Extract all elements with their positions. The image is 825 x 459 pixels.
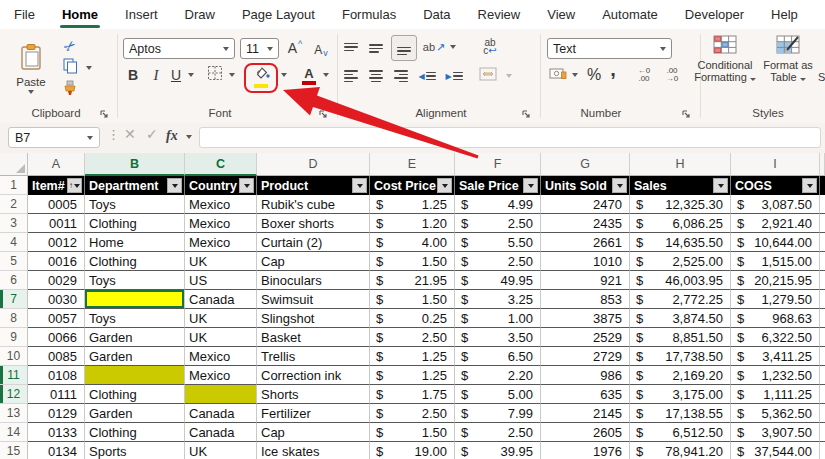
cell-F7[interactable]: $3.25 — [455, 290, 541, 309]
column-header-I[interactable]: I — [731, 153, 820, 176]
cell-E5[interactable]: $1.50 — [370, 252, 455, 271]
select-all-button[interactable] — [0, 153, 28, 176]
row-header-14[interactable]: 14 — [0, 423, 28, 442]
cell-A5[interactable]: 0016 — [28, 252, 85, 271]
cell-B15[interactable]: Sports — [85, 442, 185, 459]
cell-E8[interactable]: $0.25 — [370, 309, 455, 328]
format-as-table-button[interactable]: Format as Table — [759, 35, 817, 83]
cell-D9[interactable]: Basket — [257, 328, 370, 347]
cell-F11[interactable]: $2.20 — [455, 366, 541, 385]
format-painter-button[interactable] — [60, 81, 80, 99]
cell-B4[interactable]: Home — [85, 233, 185, 252]
cell-I14[interactable]: $3,907.50 — [731, 423, 820, 442]
cell-B7[interactable] — [85, 290, 185, 309]
decrease-decimal-button[interactable]: .00→0 — [660, 64, 684, 86]
clipboard-dialog-launcher[interactable] — [99, 109, 110, 120]
tab-developer[interactable]: Developer — [685, 7, 744, 22]
cell-A13[interactable]: 0129 — [28, 404, 85, 423]
cell-clipped-4[interactable] — [820, 233, 825, 252]
cell-D7[interactable]: Swimsuit — [257, 290, 370, 309]
row-header-4[interactable]: 4 — [0, 233, 28, 252]
tab-view[interactable]: View — [547, 7, 575, 22]
column-header-A[interactable]: A — [28, 153, 85, 176]
cell-H3[interactable]: $6,086.25 — [630, 214, 731, 233]
number-dialog-launcher[interactable] — [681, 109, 692, 120]
cell-C8[interactable]: UK — [185, 309, 257, 328]
cell-F14[interactable]: $2.50 — [455, 423, 541, 442]
cell-I12[interactable]: $1,111.25 — [731, 385, 820, 404]
cell-C3[interactable]: Mexico — [185, 214, 257, 233]
cell-D13[interactable]: Fertilizer — [257, 404, 370, 423]
cell-I11[interactable]: $1,232.50 — [731, 366, 820, 385]
decrease-indent-button[interactable]: ◀ — [416, 66, 438, 86]
cell-I6[interactable]: $20,215.95 — [731, 271, 820, 290]
cell-H7[interactable]: $2,772.25 — [630, 290, 731, 309]
increase-font-size-button[interactable]: A^ — [284, 37, 306, 59]
cell-A12[interactable]: 0111 — [28, 385, 85, 404]
confirm-formula-icon[interactable]: ✓ — [146, 126, 158, 142]
cancel-formula-icon[interactable]: ✕ — [124, 126, 136, 142]
cell-C12[interactable] — [185, 385, 257, 404]
filter-button-item[interactable]: ↑ — [67, 178, 82, 193]
chevron-down-icon[interactable] — [572, 73, 578, 77]
cell-A15[interactable]: 0134 — [28, 442, 85, 459]
chevron-down-icon[interactable] — [281, 73, 287, 77]
font-dialog-launcher[interactable] — [318, 109, 329, 120]
tab-data[interactable]: Data — [423, 7, 450, 22]
cell-E3[interactable]: $1.20 — [370, 214, 455, 233]
cell-clipped-12[interactable] — [820, 385, 825, 404]
cell-clipped-7[interactable] — [820, 290, 825, 309]
cell-C15[interactable]: UK — [185, 442, 257, 459]
decrease-font-size-button[interactable]: Av — [310, 39, 332, 61]
font-color-button[interactable]: A — [298, 63, 320, 89]
tab-review[interactable]: Review — [478, 7, 521, 22]
name-box[interactable]: B7 — [8, 127, 100, 148]
cell-C13[interactable]: Canada — [185, 404, 257, 423]
cell-D12[interactable]: Shorts — [257, 385, 370, 404]
column-header-B[interactable]: B — [85, 153, 185, 176]
tab-formulas[interactable]: Formulas — [342, 7, 396, 22]
cell-clipped-2[interactable] — [820, 195, 825, 214]
cell-G8[interactable]: 3875 — [541, 309, 630, 328]
filter-button-product[interactable] — [352, 178, 367, 193]
cell-H5[interactable]: $2,525.00 — [630, 252, 731, 271]
orientation-button[interactable]: ab ↗ — [422, 36, 446, 58]
bold-button[interactable]: B — [124, 64, 142, 86]
chevron-down-icon[interactable] — [229, 73, 235, 77]
chevron-down-icon[interactable] — [186, 135, 192, 139]
cell-B9[interactable]: Garden — [85, 328, 185, 347]
row-header-7[interactable]: 7 — [0, 290, 28, 309]
cell-C6[interactable]: US — [185, 271, 257, 290]
cell-I5[interactable]: $1,515.00 — [731, 252, 820, 271]
increase-indent-button[interactable]: ▶ — [443, 66, 465, 86]
cell-E14[interactable]: $1.50 — [370, 423, 455, 442]
cell-clipped-6[interactable] — [820, 271, 825, 290]
filter-button-sale-price[interactable] — [523, 178, 538, 193]
cell-B14[interactable]: Clothing — [85, 423, 185, 442]
tab-home[interactable]: Home — [62, 7, 98, 22]
cell-B13[interactable]: Garden — [85, 404, 185, 423]
tab-insert[interactable]: Insert — [125, 7, 158, 22]
cell-F6[interactable]: $49.95 — [455, 271, 541, 290]
cut-button[interactable]: ✂ — [60, 37, 80, 55]
cell-G6[interactable]: 921 — [541, 271, 630, 290]
italic-button[interactable]: I — [148, 64, 164, 86]
cell-G4[interactable]: 2661 — [541, 233, 630, 252]
row-header-1[interactable]: 1 — [0, 176, 28, 195]
column-header-clipped[interactable] — [820, 153, 825, 176]
row-header-15[interactable]: 15 — [0, 442, 28, 459]
cell-E4[interactable]: $4.00 — [370, 233, 455, 252]
cell-G11[interactable]: 986 — [541, 366, 630, 385]
column-header-H[interactable]: H — [630, 153, 731, 176]
cell-G10[interactable]: 2729 — [541, 347, 630, 366]
row-header-11[interactable]: 11 — [0, 366, 28, 385]
cell-E12[interactable]: $1.75 — [370, 385, 455, 404]
cell-H14[interactable]: $6,512.50 — [630, 423, 731, 442]
cell-F12[interactable]: $5.00 — [455, 385, 541, 404]
cell-D2[interactable]: Rubik's cube — [257, 195, 370, 214]
tab-page-layout[interactable]: Page Layout — [242, 7, 315, 22]
cell-B11[interactable] — [85, 366, 185, 385]
cell-clipped-10[interactable] — [820, 347, 825, 366]
cell-H10[interactable]: $17,738.50 — [630, 347, 731, 366]
cell-A2[interactable]: 0005 — [28, 195, 85, 214]
